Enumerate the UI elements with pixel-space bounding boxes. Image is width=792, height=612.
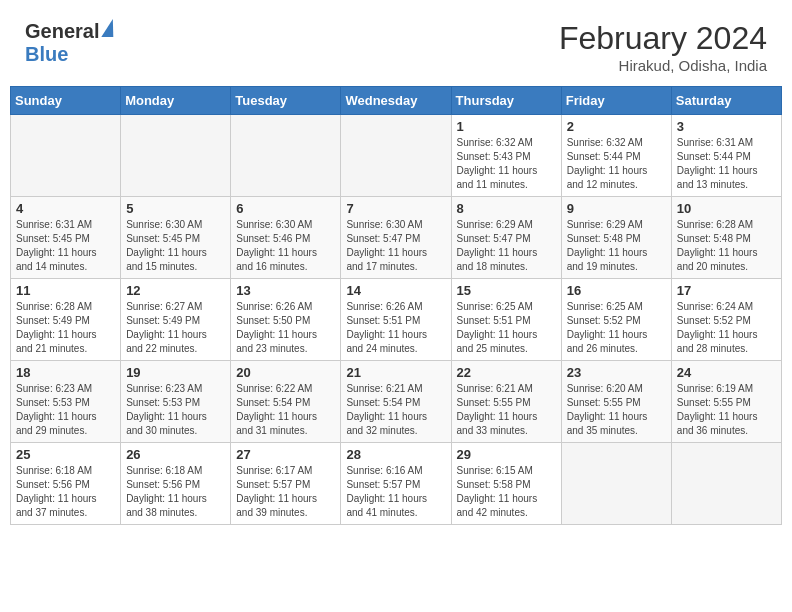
week-row-2: 4Sunrise: 6:31 AM Sunset: 5:45 PM Daylig… (11, 197, 782, 279)
day-info: Sunrise: 6:28 AM Sunset: 5:49 PM Dayligh… (16, 300, 115, 356)
day-number: 17 (677, 283, 776, 298)
day-number: 6 (236, 201, 335, 216)
day-cell: 5Sunrise: 6:30 AM Sunset: 5:45 PM Daylig… (121, 197, 231, 279)
day-cell: 20Sunrise: 6:22 AM Sunset: 5:54 PM Dayli… (231, 361, 341, 443)
day-number: 2 (567, 119, 666, 134)
location: Hirakud, Odisha, India (559, 57, 767, 74)
weekday-header-sunday: Sunday (11, 87, 121, 115)
day-number: 19 (126, 365, 225, 380)
weekday-header-saturday: Saturday (671, 87, 781, 115)
day-number: 1 (457, 119, 556, 134)
day-info: Sunrise: 6:30 AM Sunset: 5:47 PM Dayligh… (346, 218, 445, 274)
day-info: Sunrise: 6:18 AM Sunset: 5:56 PM Dayligh… (126, 464, 225, 520)
title-area: February 2024 Hirakud, Odisha, India (559, 20, 767, 74)
day-cell: 26Sunrise: 6:18 AM Sunset: 5:56 PM Dayli… (121, 443, 231, 525)
day-info: Sunrise: 6:23 AM Sunset: 5:53 PM Dayligh… (126, 382, 225, 438)
day-cell: 29Sunrise: 6:15 AM Sunset: 5:58 PM Dayli… (451, 443, 561, 525)
day-cell: 23Sunrise: 6:20 AM Sunset: 5:55 PM Dayli… (561, 361, 671, 443)
day-info: Sunrise: 6:15 AM Sunset: 5:58 PM Dayligh… (457, 464, 556, 520)
day-info: Sunrise: 6:31 AM Sunset: 5:45 PM Dayligh… (16, 218, 115, 274)
day-cell: 14Sunrise: 6:26 AM Sunset: 5:51 PM Dayli… (341, 279, 451, 361)
day-number: 22 (457, 365, 556, 380)
logo-blue: Blue (25, 43, 68, 65)
weekday-header-friday: Friday (561, 87, 671, 115)
day-info: Sunrise: 6:19 AM Sunset: 5:55 PM Dayligh… (677, 382, 776, 438)
day-cell: 13Sunrise: 6:26 AM Sunset: 5:50 PM Dayli… (231, 279, 341, 361)
day-number: 26 (126, 447, 225, 462)
day-cell: 21Sunrise: 6:21 AM Sunset: 5:54 PM Dayli… (341, 361, 451, 443)
day-number: 3 (677, 119, 776, 134)
header: General Blue February 2024 Hirakud, Odis… (10, 10, 782, 82)
day-cell: 4Sunrise: 6:31 AM Sunset: 5:45 PM Daylig… (11, 197, 121, 279)
day-number: 27 (236, 447, 335, 462)
day-cell: 9Sunrise: 6:29 AM Sunset: 5:48 PM Daylig… (561, 197, 671, 279)
day-cell: 2Sunrise: 6:32 AM Sunset: 5:44 PM Daylig… (561, 115, 671, 197)
day-cell: 1Sunrise: 6:32 AM Sunset: 5:43 PM Daylig… (451, 115, 561, 197)
week-row-3: 11Sunrise: 6:28 AM Sunset: 5:49 PM Dayli… (11, 279, 782, 361)
day-number: 20 (236, 365, 335, 380)
day-info: Sunrise: 6:27 AM Sunset: 5:49 PM Dayligh… (126, 300, 225, 356)
day-info: Sunrise: 6:21 AM Sunset: 5:54 PM Dayligh… (346, 382, 445, 438)
day-number: 18 (16, 365, 115, 380)
day-cell: 7Sunrise: 6:30 AM Sunset: 5:47 PM Daylig… (341, 197, 451, 279)
day-info: Sunrise: 6:32 AM Sunset: 5:43 PM Dayligh… (457, 136, 556, 192)
calendar: SundayMondayTuesdayWednesdayThursdayFrid… (10, 86, 782, 525)
day-info: Sunrise: 6:21 AM Sunset: 5:55 PM Dayligh… (457, 382, 556, 438)
day-info: Sunrise: 6:29 AM Sunset: 5:48 PM Dayligh… (567, 218, 666, 274)
day-cell: 17Sunrise: 6:24 AM Sunset: 5:52 PM Dayli… (671, 279, 781, 361)
day-cell: 22Sunrise: 6:21 AM Sunset: 5:55 PM Dayli… (451, 361, 561, 443)
month-year: February 2024 (559, 20, 767, 57)
day-cell (671, 443, 781, 525)
day-number: 15 (457, 283, 556, 298)
day-cell: 15Sunrise: 6:25 AM Sunset: 5:51 PM Dayli… (451, 279, 561, 361)
day-info: Sunrise: 6:20 AM Sunset: 5:55 PM Dayligh… (567, 382, 666, 438)
day-cell: 28Sunrise: 6:16 AM Sunset: 5:57 PM Dayli… (341, 443, 451, 525)
day-cell: 25Sunrise: 6:18 AM Sunset: 5:56 PM Dayli… (11, 443, 121, 525)
day-info: Sunrise: 6:25 AM Sunset: 5:52 PM Dayligh… (567, 300, 666, 356)
day-cell: 6Sunrise: 6:30 AM Sunset: 5:46 PM Daylig… (231, 197, 341, 279)
day-number: 13 (236, 283, 335, 298)
day-number: 11 (16, 283, 115, 298)
day-info: Sunrise: 6:28 AM Sunset: 5:48 PM Dayligh… (677, 218, 776, 274)
day-number: 12 (126, 283, 225, 298)
weekday-header-row: SundayMondayTuesdayWednesdayThursdayFrid… (11, 87, 782, 115)
day-number: 29 (457, 447, 556, 462)
day-cell (231, 115, 341, 197)
day-cell: 18Sunrise: 6:23 AM Sunset: 5:53 PM Dayli… (11, 361, 121, 443)
day-cell (11, 115, 121, 197)
day-cell: 12Sunrise: 6:27 AM Sunset: 5:49 PM Dayli… (121, 279, 231, 361)
weekday-header-monday: Monday (121, 87, 231, 115)
day-info: Sunrise: 6:24 AM Sunset: 5:52 PM Dayligh… (677, 300, 776, 356)
day-info: Sunrise: 6:16 AM Sunset: 5:57 PM Dayligh… (346, 464, 445, 520)
day-info: Sunrise: 6:32 AM Sunset: 5:44 PM Dayligh… (567, 136, 666, 192)
day-info: Sunrise: 6:25 AM Sunset: 5:51 PM Dayligh… (457, 300, 556, 356)
logo-general: General (25, 20, 99, 43)
day-number: 23 (567, 365, 666, 380)
day-info: Sunrise: 6:26 AM Sunset: 5:50 PM Dayligh… (236, 300, 335, 356)
day-cell: 11Sunrise: 6:28 AM Sunset: 5:49 PM Dayli… (11, 279, 121, 361)
day-cell: 8Sunrise: 6:29 AM Sunset: 5:47 PM Daylig… (451, 197, 561, 279)
day-number: 24 (677, 365, 776, 380)
day-cell: 19Sunrise: 6:23 AM Sunset: 5:53 PM Dayli… (121, 361, 231, 443)
day-cell: 3Sunrise: 6:31 AM Sunset: 5:44 PM Daylig… (671, 115, 781, 197)
weekday-header-thursday: Thursday (451, 87, 561, 115)
day-info: Sunrise: 6:17 AM Sunset: 5:57 PM Dayligh… (236, 464, 335, 520)
day-info: Sunrise: 6:31 AM Sunset: 5:44 PM Dayligh… (677, 136, 776, 192)
week-row-5: 25Sunrise: 6:18 AM Sunset: 5:56 PM Dayli… (11, 443, 782, 525)
weekday-header-wednesday: Wednesday (341, 87, 451, 115)
logo: General Blue (25, 20, 114, 66)
day-cell: 10Sunrise: 6:28 AM Sunset: 5:48 PM Dayli… (671, 197, 781, 279)
day-number: 8 (457, 201, 556, 216)
day-number: 4 (16, 201, 115, 216)
day-info: Sunrise: 6:23 AM Sunset: 5:53 PM Dayligh… (16, 382, 115, 438)
day-number: 10 (677, 201, 776, 216)
day-info: Sunrise: 6:29 AM Sunset: 5:47 PM Dayligh… (457, 218, 556, 274)
day-cell (561, 443, 671, 525)
weekday-header-tuesday: Tuesday (231, 87, 341, 115)
day-number: 7 (346, 201, 445, 216)
day-number: 14 (346, 283, 445, 298)
week-row-1: 1Sunrise: 6:32 AM Sunset: 5:43 PM Daylig… (11, 115, 782, 197)
day-info: Sunrise: 6:22 AM Sunset: 5:54 PM Dayligh… (236, 382, 335, 438)
day-info: Sunrise: 6:30 AM Sunset: 5:46 PM Dayligh… (236, 218, 335, 274)
week-row-4: 18Sunrise: 6:23 AM Sunset: 5:53 PM Dayli… (11, 361, 782, 443)
